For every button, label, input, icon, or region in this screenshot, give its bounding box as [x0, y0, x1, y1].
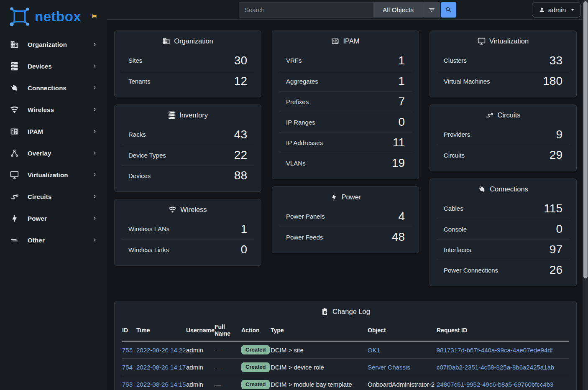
- stat-label: Virtual Machines: [444, 78, 490, 85]
- stat-label: VRFs: [286, 57, 302, 64]
- sidebar-item-circuits[interactable]: Circuits: [0, 186, 107, 207]
- server-icon: [10, 62, 19, 71]
- stat-value: 0: [556, 222, 562, 236]
- search-button[interactable]: [441, 2, 456, 18]
- change-time-link[interactable]: 2022-08-26 14:17: [136, 364, 186, 371]
- scrollbar-thumb[interactable]: [583, 1, 588, 278]
- sidebar-item-power[interactable]: Power: [0, 207, 107, 229]
- change-type: DCIM > module bay template: [271, 381, 352, 388]
- stat-row: Clusters 33: [437, 50, 570, 71]
- stat-label: Power Connections: [444, 267, 498, 274]
- stat-label: IP Ranges: [286, 119, 315, 126]
- column-header-time: Time: [136, 321, 186, 341]
- change-type: DCIM > device role: [271, 364, 324, 371]
- sidebar-item-ipam[interactable]: IPAM: [0, 120, 107, 142]
- stat-label: Device Types: [128, 152, 166, 159]
- change-time-link[interactable]: 2022-08-26 14:15: [136, 381, 186, 388]
- plug-icon: [8, 82, 21, 94]
- stat-value: 180: [543, 74, 562, 88]
- power-card: Power Power Panels 4 Power Feeds 48: [272, 186, 419, 253]
- inventory-card: Inventory Racks 43 Device Types 22: [114, 105, 261, 192]
- lightning-icon: [10, 214, 19, 223]
- search-scope-button[interactable]: All Objects: [373, 2, 423, 18]
- stat-label: Providers: [444, 131, 470, 138]
- netbox-dashboard: netbox Organization Devices Connections: [0, 0, 588, 390]
- stat-row: VLANs 19: [279, 153, 412, 173]
- chevron-right-icon: [92, 172, 97, 177]
- change-full-name: —: [215, 381, 221, 388]
- chevron-down-icon: [571, 9, 574, 11]
- monitor-icon: [478, 37, 486, 45]
- column-header-action: Action: [241, 321, 271, 341]
- sidebar-item-label: Virtualization: [28, 171, 68, 178]
- change-id-link[interactable]: 753: [122, 381, 133, 388]
- changelog-card: Change Log ID Time Username: [114, 301, 577, 390]
- change-object-link[interactable]: OK1: [368, 347, 380, 354]
- card-title-text: IPAM: [343, 37, 359, 45]
- change-time-link[interactable]: 2022-08-26 14:22: [136, 347, 186, 354]
- stat-value: 1: [398, 74, 405, 88]
- sidebar-pin-button[interactable]: [90, 13, 97, 20]
- card-title: Power: [272, 187, 419, 206]
- stat-value: 48: [392, 230, 405, 244]
- stat-label: Racks: [128, 131, 146, 138]
- stat-row: Providers 9: [437, 124, 570, 145]
- wifi-icon: [10, 105, 19, 114]
- change-full-name: —: [215, 347, 221, 354]
- filter-button[interactable]: [423, 2, 440, 18]
- sidebar-item-other[interactable]: Other: [0, 229, 107, 251]
- change-full-name: —: [215, 364, 221, 371]
- stat-label: Console: [444, 226, 467, 233]
- card-title-text: Virtualization: [489, 37, 529, 45]
- sidebar-item-devices[interactable]: Devices: [0, 55, 107, 77]
- building-icon: [10, 40, 19, 49]
- search-input[interactable]: [239, 2, 373, 18]
- connections-card: Connections Cables 115 Console 0: [429, 178, 577, 286]
- request-id-link[interactable]: c07f0ab2-2351-4c58-825a-8b6a2425a1ab: [437, 364, 554, 371]
- change-id-link[interactable]: 755: [122, 347, 133, 354]
- brand-wordmark: netbox: [35, 9, 81, 25]
- stat-label: Circuits: [444, 152, 465, 159]
- transit-icon: [10, 192, 19, 201]
- card-title: Virtualization: [430, 31, 576, 50]
- card-title: Circuits: [430, 105, 576, 124]
- sidebar-item-organization[interactable]: Organization: [0, 33, 107, 55]
- stat-label: Prefixes: [286, 98, 309, 105]
- changelog-table: ID Time Username Full Name Action Type O…: [115, 321, 576, 390]
- request-id-link[interactable]: 9817317d-b67f-440a-99ca-4ae07ede94df: [437, 347, 553, 354]
- chevron-right-icon: [92, 64, 97, 69]
- change-username: admin: [186, 347, 203, 354]
- changelog-row: 754 2022-08-26 14:17 admin — Created DCI…: [122, 359, 569, 376]
- stat-label: Interfaces: [444, 246, 471, 253]
- stat-value: 11: [393, 136, 405, 149]
- card-title: Organization: [115, 31, 261, 50]
- user-menu-button[interactable]: admin: [532, 2, 581, 18]
- monitor-icon: [10, 171, 19, 179]
- column-header-full-name: Full Name: [215, 321, 241, 341]
- stat-row: Power Feeds 48: [279, 227, 412, 247]
- sidebar-item-label: Overlay: [28, 150, 51, 157]
- stat-label: Power Feeds: [286, 234, 323, 241]
- action-badge: Created: [241, 345, 270, 354]
- stat-value: 33: [550, 54, 562, 67]
- action-badge: Created: [241, 380, 270, 389]
- sidebar-item-virtualization[interactable]: Virtualization: [0, 164, 107, 186]
- sidebar-item-wireless[interactable]: Wireless: [0, 99, 107, 120]
- chevron-right-icon: [92, 150, 97, 155]
- stat-row: Power Panels 4: [279, 206, 412, 227]
- change-object-link[interactable]: Server Chassis: [368, 364, 410, 371]
- sidebar-item-label: IPAM: [28, 128, 43, 135]
- stat-row: IP Addresses 11: [279, 132, 412, 153]
- changelog-row: 753 2022-08-26 14:15 admin — Created DCI…: [122, 376, 569, 390]
- counter-icon: [331, 37, 339, 45]
- sidebar-item-connections[interactable]: Connections: [0, 77, 107, 99]
- stat-value: 22: [234, 148, 247, 162]
- stat-label: Devices: [128, 172, 151, 179]
- sidebar-item-overlay[interactable]: Overlay: [0, 142, 107, 164]
- card-title-text: Connections: [490, 185, 528, 193]
- scrollbar-track[interactable]: [583, 0, 588, 390]
- request-id-link[interactable]: 24807c61-9952-49c6-b8a5-69760bfcc4b3: [437, 381, 553, 388]
- topbar: All Objects admin: [107, 0, 588, 20]
- change-id-link[interactable]: 754: [122, 364, 133, 371]
- stat-label: Sites: [128, 57, 142, 64]
